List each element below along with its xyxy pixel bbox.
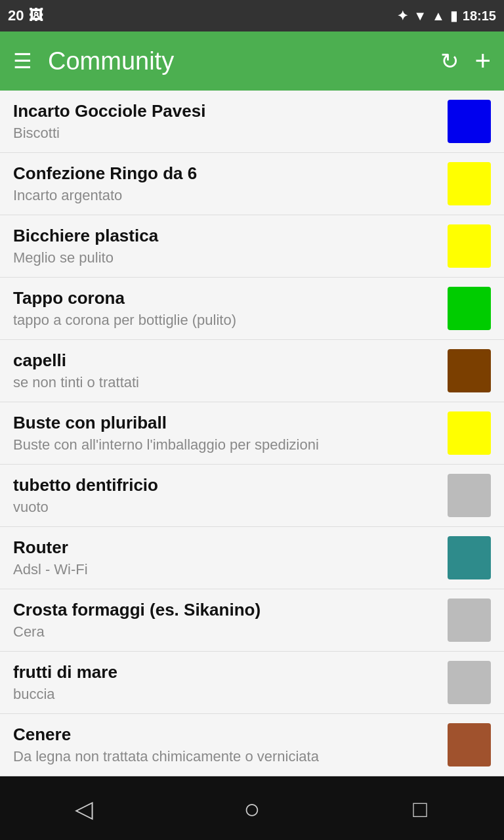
item-color-badge bbox=[448, 474, 491, 517]
recents-button[interactable]: □ bbox=[394, 783, 446, 835]
status-left: 20 🖼 bbox=[8, 7, 43, 24]
list-item[interactable]: CenereDa legna non trattata chimicamente… bbox=[0, 714, 504, 776]
item-color-badge bbox=[448, 162, 491, 205]
item-color-badge bbox=[448, 100, 491, 143]
item-title: Router bbox=[13, 537, 437, 559]
item-subtitle: Cera bbox=[13, 623, 437, 642]
item-title: Incarto Gocciole Pavesi bbox=[13, 100, 437, 123]
item-text: capellise non tinti o trattati bbox=[13, 350, 437, 392]
status-right: ✦ ▼ ▲ ▮ 18:15 bbox=[397, 8, 496, 24]
item-subtitle: vuoto bbox=[13, 498, 437, 517]
item-text: frutti di marebuccia bbox=[13, 662, 437, 704]
item-text: CenereDa legna non trattata chimicamente… bbox=[13, 724, 437, 766]
bottom-nav: ◁ ○ □ bbox=[0, 776, 504, 840]
item-color-badge bbox=[448, 287, 491, 330]
item-text: Buste con pluriballBuste con all'interno… bbox=[13, 412, 437, 454]
list-item[interactable]: Incarto Gocciole PavesiBiscotti bbox=[0, 91, 504, 153]
item-text: Incarto Gocciole PavesiBiscotti bbox=[13, 100, 437, 142]
item-color-badge bbox=[448, 411, 491, 455]
item-title: Crosta formaggi (es. Sikanino) bbox=[13, 599, 437, 621]
list-item[interactable]: frutti di marebuccia bbox=[0, 652, 504, 714]
item-title: tubetto dentifricio bbox=[13, 474, 437, 497]
list-item[interactable]: Confezione Ringo da 6Incarto argentato bbox=[0, 153, 504, 215]
app-title: Community bbox=[48, 47, 440, 75]
bluetooth-icon: ✦ bbox=[397, 8, 408, 24]
item-title: Buste con pluriball bbox=[13, 412, 437, 434]
item-subtitle: buccia bbox=[13, 685, 437, 704]
list-item[interactable]: capellise non tinti o trattati bbox=[0, 340, 504, 402]
image-icon: 🖼 bbox=[29, 7, 43, 24]
refresh-button[interactable]: ↻ bbox=[440, 48, 459, 74]
list-item[interactable]: Bicchiere plasticaMeglio se pulito bbox=[0, 215, 504, 278]
battery-icon: ▮ bbox=[450, 8, 457, 24]
item-title: capelli bbox=[13, 350, 437, 372]
item-text: Confezione Ringo da 6Incarto argentato bbox=[13, 163, 437, 205]
add-button[interactable]: + bbox=[474, 45, 491, 77]
item-color-badge bbox=[448, 598, 491, 642]
item-subtitle: Adsl - Wi-Fi bbox=[13, 560, 437, 579]
signal-icon: ▲ bbox=[432, 9, 445, 24]
item-title: frutti di mare bbox=[13, 662, 437, 684]
time-display: 18:15 bbox=[463, 9, 496, 24]
status-number: 20 bbox=[8, 7, 24, 24]
list-item[interactable]: Crosta formaggi (es. Sikanino)Cera bbox=[0, 589, 504, 652]
item-color-badge bbox=[448, 224, 491, 268]
item-subtitle: Da legna non trattata chimicamente o ver… bbox=[13, 747, 437, 766]
app-bar-actions: ↻ + bbox=[440, 45, 491, 77]
list-item[interactable]: RouterAdsl - Wi-Fi bbox=[0, 527, 504, 589]
item-title: Bicchiere plastica bbox=[13, 225, 437, 247]
list-item[interactable]: tubetto dentifriciovuoto bbox=[0, 465, 504, 527]
wifi-icon: ▼ bbox=[413, 9, 427, 24]
community-list: Incarto Gocciole PavesiBiscottiConfezion… bbox=[0, 91, 504, 776]
back-button[interactable]: ◁ bbox=[58, 783, 110, 835]
item-subtitle: tappo a corona per bottiglie (pulito) bbox=[13, 311, 437, 330]
item-title: Confezione Ringo da 6 bbox=[13, 163, 437, 185]
item-color-badge bbox=[448, 723, 491, 766]
item-text: Crosta formaggi (es. Sikanino)Cera bbox=[13, 599, 437, 641]
item-title: Cenere bbox=[13, 724, 437, 746]
item-title: Tappo corona bbox=[13, 287, 437, 310]
item-color-badge bbox=[448, 349, 491, 392]
item-subtitle: Biscotti bbox=[13, 124, 437, 143]
status-bar: 20 🖼 ✦ ▼ ▲ ▮ 18:15 bbox=[0, 0, 504, 32]
item-subtitle: Incarto argentato bbox=[13, 186, 437, 205]
item-text: tubetto dentifriciovuoto bbox=[13, 474, 437, 516]
item-text: Tappo coronatappo a corona per bottiglie… bbox=[13, 287, 437, 329]
app-bar: ☰ Community ↻ + bbox=[0, 32, 504, 91]
item-color-badge bbox=[448, 661, 491, 704]
item-color-badge bbox=[448, 536, 491, 579]
menu-button[interactable]: ☰ bbox=[13, 49, 32, 74]
list-item[interactable]: Tappo coronatappo a corona per bottiglie… bbox=[0, 278, 504, 340]
item-text: RouterAdsl - Wi-Fi bbox=[13, 537, 437, 579]
item-subtitle: Meglio se pulito bbox=[13, 249, 437, 268]
item-text: Bicchiere plasticaMeglio se pulito bbox=[13, 225, 437, 267]
item-subtitle: Buste con all'interno l'imballaggio per … bbox=[13, 436, 437, 455]
home-button[interactable]: ○ bbox=[226, 783, 278, 835]
list-item[interactable]: Buste con pluriballBuste con all'interno… bbox=[0, 402, 504, 465]
item-subtitle: se non tinti o trattati bbox=[13, 373, 437, 392]
